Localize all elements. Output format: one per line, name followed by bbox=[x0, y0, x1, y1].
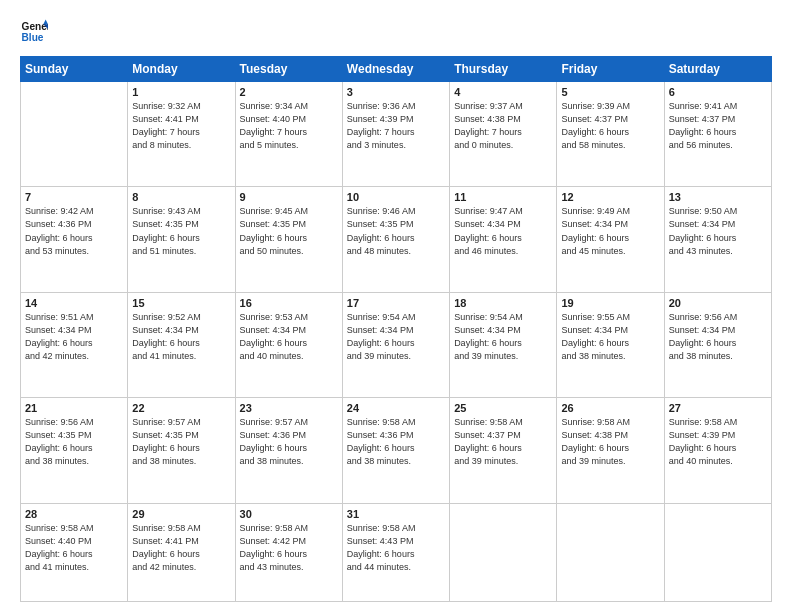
cell-content: Sunrise: 9:58 AMSunset: 4:41 PMDaylight:… bbox=[132, 522, 230, 574]
cell-content: Sunrise: 9:32 AMSunset: 4:41 PMDaylight:… bbox=[132, 100, 230, 152]
weekday-header: Monday bbox=[128, 57, 235, 82]
calendar-cell: 15Sunrise: 9:52 AMSunset: 4:34 PMDayligh… bbox=[128, 292, 235, 397]
cell-content: Sunrise: 9:42 AMSunset: 4:36 PMDaylight:… bbox=[25, 205, 123, 257]
calendar-cell: 21Sunrise: 9:56 AMSunset: 4:35 PMDayligh… bbox=[21, 398, 128, 503]
page: General Blue SundayMondayTuesdayWednesda… bbox=[0, 0, 792, 612]
calendar-cell: 28Sunrise: 9:58 AMSunset: 4:40 PMDayligh… bbox=[21, 503, 128, 601]
cell-content: Sunrise: 9:54 AMSunset: 4:34 PMDaylight:… bbox=[347, 311, 445, 363]
calendar-cell: 25Sunrise: 9:58 AMSunset: 4:37 PMDayligh… bbox=[450, 398, 557, 503]
calendar-week-row: 14Sunrise: 9:51 AMSunset: 4:34 PMDayligh… bbox=[21, 292, 772, 397]
logo-icon: General Blue bbox=[20, 18, 48, 46]
weekday-header: Wednesday bbox=[342, 57, 449, 82]
cell-content: Sunrise: 9:43 AMSunset: 4:35 PMDaylight:… bbox=[132, 205, 230, 257]
day-number: 17 bbox=[347, 297, 445, 309]
calendar-cell: 19Sunrise: 9:55 AMSunset: 4:34 PMDayligh… bbox=[557, 292, 664, 397]
calendar-cell: 11Sunrise: 9:47 AMSunset: 4:34 PMDayligh… bbox=[450, 187, 557, 292]
calendar-cell: 1Sunrise: 9:32 AMSunset: 4:41 PMDaylight… bbox=[128, 82, 235, 187]
day-number: 10 bbox=[347, 191, 445, 203]
calendar-cell: 29Sunrise: 9:58 AMSunset: 4:41 PMDayligh… bbox=[128, 503, 235, 601]
calendar-cell: 2Sunrise: 9:34 AMSunset: 4:40 PMDaylight… bbox=[235, 82, 342, 187]
cell-content: Sunrise: 9:57 AMSunset: 4:35 PMDaylight:… bbox=[132, 416, 230, 468]
calendar-cell: 22Sunrise: 9:57 AMSunset: 4:35 PMDayligh… bbox=[128, 398, 235, 503]
cell-content: Sunrise: 9:37 AMSunset: 4:38 PMDaylight:… bbox=[454, 100, 552, 152]
calendar-cell: 13Sunrise: 9:50 AMSunset: 4:34 PMDayligh… bbox=[664, 187, 771, 292]
cell-content: Sunrise: 9:46 AMSunset: 4:35 PMDaylight:… bbox=[347, 205, 445, 257]
calendar-cell bbox=[557, 503, 664, 601]
day-number: 3 bbox=[347, 86, 445, 98]
cell-content: Sunrise: 9:34 AMSunset: 4:40 PMDaylight:… bbox=[240, 100, 338, 152]
calendar-cell: 18Sunrise: 9:54 AMSunset: 4:34 PMDayligh… bbox=[450, 292, 557, 397]
day-number: 7 bbox=[25, 191, 123, 203]
day-number: 18 bbox=[454, 297, 552, 309]
calendar-cell bbox=[21, 82, 128, 187]
cell-content: Sunrise: 9:36 AMSunset: 4:39 PMDaylight:… bbox=[347, 100, 445, 152]
cell-content: Sunrise: 9:58 AMSunset: 4:39 PMDaylight:… bbox=[669, 416, 767, 468]
day-number: 23 bbox=[240, 402, 338, 414]
calendar-cell: 12Sunrise: 9:49 AMSunset: 4:34 PMDayligh… bbox=[557, 187, 664, 292]
cell-content: Sunrise: 9:58 AMSunset: 4:38 PMDaylight:… bbox=[561, 416, 659, 468]
weekday-header: Saturday bbox=[664, 57, 771, 82]
day-number: 9 bbox=[240, 191, 338, 203]
day-number: 22 bbox=[132, 402, 230, 414]
day-number: 6 bbox=[669, 86, 767, 98]
day-number: 20 bbox=[669, 297, 767, 309]
day-number: 27 bbox=[669, 402, 767, 414]
day-number: 13 bbox=[669, 191, 767, 203]
cell-content: Sunrise: 9:52 AMSunset: 4:34 PMDaylight:… bbox=[132, 311, 230, 363]
calendar-cell: 16Sunrise: 9:53 AMSunset: 4:34 PMDayligh… bbox=[235, 292, 342, 397]
cell-content: Sunrise: 9:56 AMSunset: 4:34 PMDaylight:… bbox=[669, 311, 767, 363]
calendar-cell: 27Sunrise: 9:58 AMSunset: 4:39 PMDayligh… bbox=[664, 398, 771, 503]
day-number: 25 bbox=[454, 402, 552, 414]
weekday-header: Friday bbox=[557, 57, 664, 82]
cell-content: Sunrise: 9:50 AMSunset: 4:34 PMDaylight:… bbox=[669, 205, 767, 257]
day-number: 14 bbox=[25, 297, 123, 309]
calendar-cell: 17Sunrise: 9:54 AMSunset: 4:34 PMDayligh… bbox=[342, 292, 449, 397]
day-number: 11 bbox=[454, 191, 552, 203]
calendar-cell: 6Sunrise: 9:41 AMSunset: 4:37 PMDaylight… bbox=[664, 82, 771, 187]
cell-content: Sunrise: 9:47 AMSunset: 4:34 PMDaylight:… bbox=[454, 205, 552, 257]
day-number: 8 bbox=[132, 191, 230, 203]
calendar-cell bbox=[664, 503, 771, 601]
calendar-week-row: 21Sunrise: 9:56 AMSunset: 4:35 PMDayligh… bbox=[21, 398, 772, 503]
calendar-cell: 26Sunrise: 9:58 AMSunset: 4:38 PMDayligh… bbox=[557, 398, 664, 503]
calendar-cell: 3Sunrise: 9:36 AMSunset: 4:39 PMDaylight… bbox=[342, 82, 449, 187]
calendar-cell: 4Sunrise: 9:37 AMSunset: 4:38 PMDaylight… bbox=[450, 82, 557, 187]
calendar-cell: 31Sunrise: 9:58 AMSunset: 4:43 PMDayligh… bbox=[342, 503, 449, 601]
day-number: 2 bbox=[240, 86, 338, 98]
weekday-header-row: SundayMondayTuesdayWednesdayThursdayFrid… bbox=[21, 57, 772, 82]
calendar-cell: 9Sunrise: 9:45 AMSunset: 4:35 PMDaylight… bbox=[235, 187, 342, 292]
weekday-header: Thursday bbox=[450, 57, 557, 82]
calendar-cell bbox=[450, 503, 557, 601]
cell-content: Sunrise: 9:58 AMSunset: 4:40 PMDaylight:… bbox=[25, 522, 123, 574]
day-number: 21 bbox=[25, 402, 123, 414]
cell-content: Sunrise: 9:49 AMSunset: 4:34 PMDaylight:… bbox=[561, 205, 659, 257]
cell-content: Sunrise: 9:45 AMSunset: 4:35 PMDaylight:… bbox=[240, 205, 338, 257]
calendar-cell: 20Sunrise: 9:56 AMSunset: 4:34 PMDayligh… bbox=[664, 292, 771, 397]
day-number: 5 bbox=[561, 86, 659, 98]
day-number: 26 bbox=[561, 402, 659, 414]
day-number: 1 bbox=[132, 86, 230, 98]
calendar-cell: 14Sunrise: 9:51 AMSunset: 4:34 PMDayligh… bbox=[21, 292, 128, 397]
day-number: 30 bbox=[240, 508, 338, 520]
cell-content: Sunrise: 9:56 AMSunset: 4:35 PMDaylight:… bbox=[25, 416, 123, 468]
day-number: 29 bbox=[132, 508, 230, 520]
cell-content: Sunrise: 9:58 AMSunset: 4:42 PMDaylight:… bbox=[240, 522, 338, 574]
weekday-header: Sunday bbox=[21, 57, 128, 82]
day-number: 16 bbox=[240, 297, 338, 309]
day-number: 19 bbox=[561, 297, 659, 309]
calendar-cell: 24Sunrise: 9:58 AMSunset: 4:36 PMDayligh… bbox=[342, 398, 449, 503]
cell-content: Sunrise: 9:58 AMSunset: 4:37 PMDaylight:… bbox=[454, 416, 552, 468]
calendar-cell: 8Sunrise: 9:43 AMSunset: 4:35 PMDaylight… bbox=[128, 187, 235, 292]
calendar-cell: 7Sunrise: 9:42 AMSunset: 4:36 PMDaylight… bbox=[21, 187, 128, 292]
calendar-table: SundayMondayTuesdayWednesdayThursdayFrid… bbox=[20, 56, 772, 602]
day-number: 15 bbox=[132, 297, 230, 309]
day-number: 4 bbox=[454, 86, 552, 98]
calendar-week-row: 7Sunrise: 9:42 AMSunset: 4:36 PMDaylight… bbox=[21, 187, 772, 292]
calendar-week-row: 28Sunrise: 9:58 AMSunset: 4:40 PMDayligh… bbox=[21, 503, 772, 601]
cell-content: Sunrise: 9:53 AMSunset: 4:34 PMDaylight:… bbox=[240, 311, 338, 363]
cell-content: Sunrise: 9:58 AMSunset: 4:36 PMDaylight:… bbox=[347, 416, 445, 468]
cell-content: Sunrise: 9:54 AMSunset: 4:34 PMDaylight:… bbox=[454, 311, 552, 363]
calendar-cell: 30Sunrise: 9:58 AMSunset: 4:42 PMDayligh… bbox=[235, 503, 342, 601]
calendar-cell: 5Sunrise: 9:39 AMSunset: 4:37 PMDaylight… bbox=[557, 82, 664, 187]
calendar-cell: 23Sunrise: 9:57 AMSunset: 4:36 PMDayligh… bbox=[235, 398, 342, 503]
